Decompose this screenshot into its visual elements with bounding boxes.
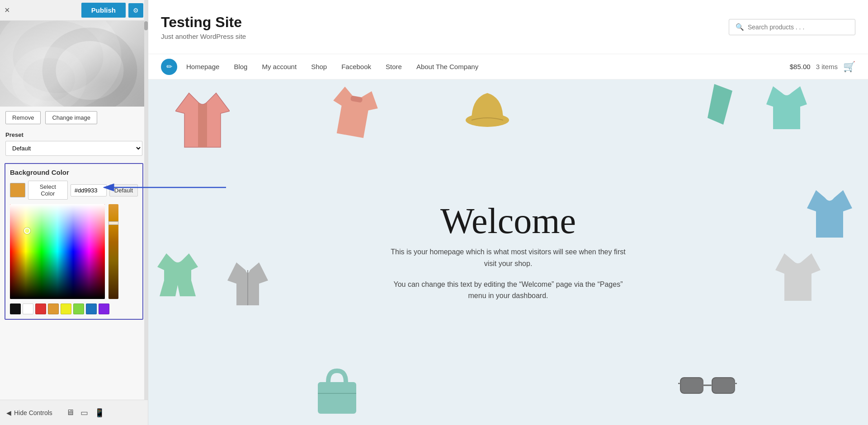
- swatch-black[interactable]: [10, 304, 21, 314]
- nav-item-myaccount[interactable]: My account: [262, 63, 297, 70]
- edit-pencil-icon[interactable]: ✏: [161, 59, 177, 75]
- settings-button[interactable]: ⚙: [128, 3, 143, 18]
- swatch-yellow[interactable]: [61, 304, 71, 314]
- scroll-track[interactable]: [144, 0, 148, 425]
- swatch-orange[interactable]: [48, 304, 59, 314]
- nav-item-homepage[interactable]: Homepage: [186, 63, 219, 70]
- hero-center: Welcome This is your homepage which is w…: [391, 203, 625, 301]
- hero-area: Welcome This is your homepage which is w…: [148, 79, 868, 425]
- change-image-button[interactable]: Change image: [45, 111, 97, 124]
- nav-item-facebook[interactable]: Facebook: [341, 63, 371, 70]
- clothing-salmon-jacket: [175, 89, 230, 152]
- cart-icon[interactable]: 🛒: [843, 61, 855, 73]
- clothing-teal-sleeve: [705, 82, 741, 127]
- swatch-green[interactable]: [73, 304, 84, 314]
- hue-thumb: [108, 221, 118, 225]
- background-color-title: Background Color: [10, 168, 138, 176]
- publish-button[interactable]: Publish: [81, 3, 126, 18]
- swatch-purple[interactable]: [99, 304, 109, 314]
- preset-select[interactable]: Default: [5, 141, 142, 156]
- hero-title: Welcome: [391, 203, 625, 239]
- clothing-hat: [465, 91, 510, 131]
- clothing-blue-polo: [805, 188, 854, 242]
- background-color-section: Background Color Select Color Default: [5, 163, 143, 320]
- search-box[interactable]: 🔍: [729, 19, 855, 35]
- tablet-icon[interactable]: ▭: [80, 408, 88, 418]
- color-swatch[interactable]: [10, 183, 25, 197]
- publish-area: Publish ⚙: [81, 3, 143, 18]
- nav-item-blog[interactable]: Blog: [234, 63, 247, 70]
- left-panel: × Publish ⚙ Remove Change image Preset D…: [0, 0, 148, 425]
- svg-rect-6: [712, 378, 735, 393]
- svg-point-1: [49, 34, 131, 107]
- color-row: Select Color Default: [10, 181, 138, 200]
- clothing-teal-bag: [316, 366, 359, 416]
- clothing-teal-top: [764, 84, 809, 134]
- nav-item-shop[interactable]: Shop: [311, 63, 327, 70]
- preset-label: Preset: [5, 131, 142, 138]
- nav-item-store[interactable]: Store: [386, 63, 402, 70]
- swatch-white[interactable]: [23, 304, 33, 314]
- clothing-grey-jacket: [225, 260, 270, 310]
- close-button[interactable]: ×: [5, 5, 10, 15]
- swatch-red[interactable]: [35, 304, 46, 314]
- scroll-thumb[interactable]: [144, 21, 148, 30]
- gradient-canvas[interactable]: [10, 204, 105, 299]
- svg-rect-12: [318, 382, 356, 414]
- hue-slider[interactable]: [108, 204, 118, 299]
- search-input[interactable]: [748, 23, 849, 31]
- image-buttons: Remove Change image: [0, 107, 148, 129]
- thumbnail-image: [0, 21, 148, 107]
- thumbnail-area: [0, 21, 148, 107]
- hex-input[interactable]: [71, 184, 107, 196]
- cart-count: 3 items: [816, 63, 838, 70]
- clothing-grey-tshirt: [773, 251, 823, 305]
- bottom-bar: ◀ Hide Controls 🖥 ▭ 📱: [0, 400, 148, 425]
- preset-section: Preset Default: [0, 129, 148, 159]
- clothing-salmon-shirt: [325, 82, 383, 144]
- nav-item-about[interactable]: About The Company: [416, 63, 478, 70]
- cart-area: $85.00 3 items 🛒: [790, 61, 855, 73]
- hero-text1: This is your homepage which is what most…: [391, 246, 625, 269]
- device-icons: 🖥 ▭ 📱: [66, 408, 104, 418]
- hide-controls-icon: ◀: [6, 409, 11, 416]
- clothing-sunglasses: [678, 371, 737, 398]
- swatches-row: [10, 304, 138, 314]
- svg-point-0: [4, 21, 113, 102]
- select-color-button[interactable]: Select Color: [28, 181, 68, 200]
- site-title-area: Testing Site Just another WordPress site: [161, 14, 246, 40]
- cart-price: $85.00: [790, 63, 811, 70]
- svg-point-2: [18, 52, 81, 107]
- svg-rect-5: [680, 378, 703, 393]
- clothing-green-onesie: [157, 251, 198, 299]
- top-bar: × Publish ⚙: [0, 0, 148, 21]
- hide-controls-label: Hide Controls: [14, 409, 52, 416]
- mobile-icon[interactable]: 📱: [94, 408, 104, 418]
- site-title: Testing Site: [161, 14, 246, 31]
- swatch-blue[interactable]: [86, 304, 97, 314]
- remove-button[interactable]: Remove: [5, 111, 41, 124]
- color-picker-area: [10, 204, 138, 299]
- site-header: Testing Site Just another WordPress site…: [148, 0, 868, 54]
- hide-controls[interactable]: ◀ Hide Controls: [6, 409, 52, 416]
- main-content: Testing Site Just another WordPress site…: [148, 0, 868, 425]
- nav-items: Homepage Blog My account Shop Facebook S…: [186, 63, 790, 70]
- site-tagline: Just another WordPress site: [161, 33, 246, 40]
- hero-text2: You can change this text by editing the …: [391, 279, 625, 302]
- gradient-layer2: [10, 204, 105, 299]
- default-button[interactable]: Default: [109, 184, 138, 196]
- desktop-icon[interactable]: 🖥: [66, 408, 74, 418]
- search-icon: 🔍: [736, 23, 744, 31]
- site-nav: ✏ Homepage Blog My account Shop Facebook…: [148, 54, 868, 79]
